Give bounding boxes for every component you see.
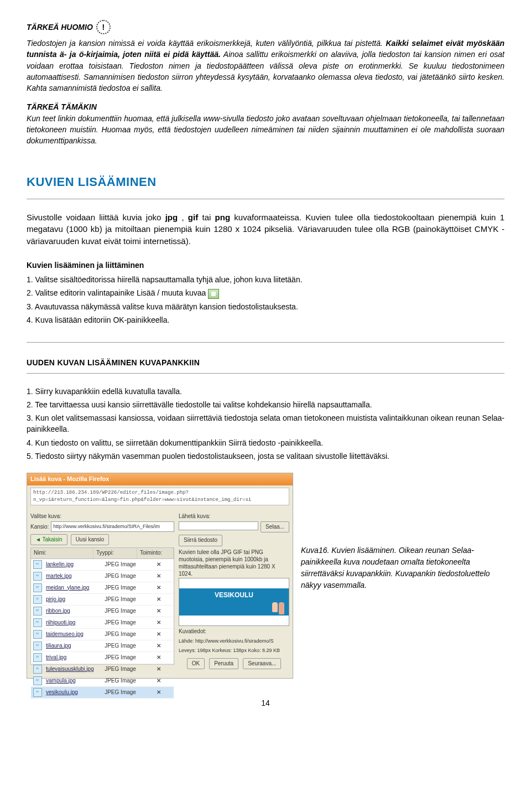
delete-icon[interactable]: ✕ [143, 584, 174, 592]
next-button[interactable]: Seuraava... [243, 658, 281, 670]
info-source: Lähde: http://www.verkkosivu.fi/sirademo… [179, 638, 289, 645]
file-row[interactable]: ribbon.jpgJPEG Image✕ [31, 606, 174, 617]
step-4: 4. Kuva lisätään editoriin OK-painikkeel… [27, 314, 504, 325]
file-type: JPEG Image [103, 687, 143, 698]
file-icon [33, 642, 42, 650]
file-icon [33, 676, 42, 685]
dialog-add-image: Lisää kuva - Mozilla Firefox http://213.… [27, 473, 293, 679]
para-notice-1: Tiedostojen ja kansion nimissä ei voida … [27, 38, 504, 94]
file-row[interactable]: martek.jpgJPEG Image✕ [31, 571, 174, 582]
text: 2. Valitse editorin valintapainike Lisää… [27, 288, 208, 297]
delete-icon[interactable]: ✕ [143, 596, 174, 604]
text: , [181, 213, 188, 222]
delete-icon[interactable]: ✕ [143, 677, 174, 685]
delete-icon[interactable]: ✕ [143, 642, 174, 650]
delete-icon[interactable]: ✕ [143, 607, 174, 616]
delete-icon[interactable]: ✕ [143, 619, 174, 627]
file-type: JPEG Image [103, 641, 143, 651]
label-choose-image: Valitse kuva: [30, 513, 174, 521]
file-icon [33, 572, 42, 581]
dialog-left-pane: Valitse kuva: Kansio: http://www.verkkos… [30, 511, 174, 675]
delete-icon[interactable]: ✕ [143, 572, 174, 581]
preview-title: VESIKOULU [215, 591, 253, 599]
move-file-button[interactable]: Siirrä tiedosto [179, 535, 222, 546]
delete-icon[interactable]: ✕ [143, 689, 174, 697]
heading-important: TÄRKEÄ HUOMIO [27, 22, 93, 33]
u-step-2: 2. Tee tarvittaessa uusi kansio siirrett… [27, 399, 504, 410]
file-type: JPEG Image [103, 618, 143, 628]
delete-icon[interactable]: ✕ [143, 654, 174, 662]
upload-path-input[interactable] [179, 521, 258, 530]
file-type: JPEG Image [103, 583, 143, 593]
new-folder-button[interactable]: Uusi kansio [71, 534, 110, 546]
file-type: JPEG Image [103, 676, 143, 686]
file-row[interactable]: riihipuoti.jpgJPEG Image✕ [31, 617, 174, 629]
info-dims: Leveys: 198px Korkeus: 138px Koko: 8.29 … [179, 647, 289, 654]
back-button[interactable]: ◄ Takaisin [30, 534, 67, 546]
page-number: 14 [27, 697, 504, 708]
file-row[interactable]: pirjo.jpgJPEG Image✕ [31, 594, 174, 606]
file-name: trival.jpg [44, 653, 103, 663]
step-2: 2. Valitse editorin valintapainike Lisää… [27, 287, 504, 298]
file-row[interactable]: vesikoulu.jpgJPEG Image✕ [31, 687, 174, 699]
dialog-url: http://213.186.234.189/WP226/editor_file… [30, 488, 289, 505]
file-name: pirjo.jpg [44, 594, 103, 605]
file-type: JPEG Image [103, 560, 143, 570]
text: Takaisin [43, 536, 63, 542]
divider [27, 342, 504, 343]
file-icon [33, 618, 42, 627]
file-name: lankelin.jpg [44, 560, 103, 570]
file-type: JPEG Image [103, 606, 143, 617]
file-name: riihipuoti.jpg [44, 618, 103, 628]
file-name: vesikoulu.jpg [44, 687, 103, 698]
step-1: 1. Valitse sisältöeditorissa hiirellä na… [27, 274, 504, 285]
browse-button[interactable]: Selaa... [261, 521, 289, 533]
label-folder: Kansio: [30, 523, 49, 531]
help-text: Kuvien tulee olla JPG GIF tai PNG muotoi… [179, 549, 289, 577]
u-step-4: 4. Kun tiedosto on valittu, se siirretää… [27, 437, 504, 448]
u-step-3: 3. Kun olet valitsemassasi kansiossa, vo… [27, 412, 504, 435]
delete-icon[interactable]: ✕ [143, 561, 174, 569]
file-name: vampula.jpg [44, 676, 103, 686]
heading-add-images: KUVIEN LISÄÄMINEN [27, 173, 504, 191]
file-row[interactable]: taidemuseo.jpgJPEG Image✕ [31, 629, 174, 640]
file-type: JPEG Image [103, 653, 143, 663]
subhead-upload-image: UUDEN KUVAN LISÄÄMINEN KUVAPANKKIIN [27, 357, 504, 368]
image-preview: VESIKOULU [179, 578, 289, 626]
u-step-1: 1. Siirry kuvapankkiin edellä kuvatulla … [27, 386, 504, 397]
file-row[interactable]: tiliaura.jpgJPEG Image✕ [31, 640, 174, 652]
fmt-jpg: jpg [165, 213, 178, 222]
file-type: JPEG Image [103, 571, 143, 582]
divider [27, 373, 504, 374]
file-row[interactable]: meidan_ylane.jpgJPEG Image✕ [31, 582, 174, 594]
file-row[interactable]: tulevaisuusklubi.jpgJPEG Image✕ [31, 664, 174, 675]
file-type: JPEG Image [103, 594, 143, 605]
file-row[interactable]: trival.jpgJPEG Image✕ [31, 652, 174, 664]
text: tai [202, 213, 215, 222]
ok-button[interactable]: OK [187, 658, 205, 670]
file-row[interactable]: vampula.jpgJPEG Image✕ [31, 675, 174, 687]
file-name: tiliaura.jpg [44, 641, 103, 651]
cancel-button[interactable]: Peruuta [209, 658, 238, 670]
folder-input[interactable]: http://www.verkkosivu.fi/sirademo/SIRA_F… [51, 521, 174, 532]
file-icon [33, 560, 42, 569]
file-name: meidan_ylane.jpg [44, 583, 103, 593]
file-row[interactable]: lankelin.jpgJPEG Image✕ [31, 559, 174, 571]
delete-icon[interactable]: ✕ [143, 665, 174, 674]
col-action: Toiminto: [137, 548, 174, 558]
para-notice-2: TÄRKEÄ TÄMÄKIN Kun teet linkin dokumentt… [27, 101, 504, 146]
dialog-title: Lisää kuva - Mozilla Firefox [27, 473, 293, 485]
figure-caption: Kuva16. Kuvien lisääminen. Oikean reunan… [301, 473, 504, 591]
subhead-insert-images: Kuvien lisääminen ja liittäminen [27, 260, 504, 271]
file-name: martek.jpg [44, 571, 103, 582]
file-icon [33, 688, 42, 697]
file-list[interactable]: lankelin.jpgJPEG Image✕martek.jpgJPEG Im… [30, 559, 174, 665]
file-icon [33, 607, 42, 616]
file-icon [33, 630, 42, 639]
file-type: JPEG Image [103, 664, 143, 675]
text: Sivustolle voidaan liittää kuvia joko [27, 213, 165, 222]
text: Kun teet linkin dokumenttiin huomaa, ett… [27, 114, 504, 146]
delete-icon[interactable]: ✕ [143, 630, 174, 639]
step-3: 3. Avautuvassa näkymässä valitse kuva mä… [27, 301, 504, 312]
fmt-png: png [215, 213, 231, 222]
